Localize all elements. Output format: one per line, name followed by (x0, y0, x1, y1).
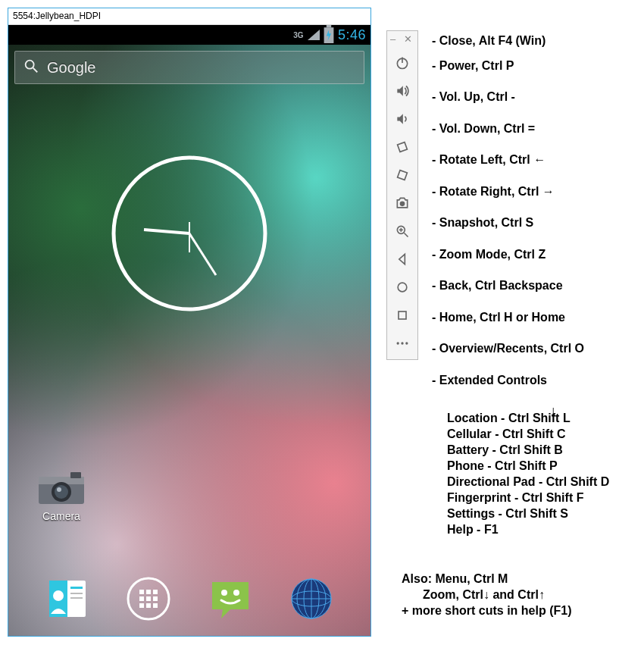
battery-icon (323, 30, 335, 40)
label-extended: - Extended Controls (432, 374, 547, 387)
label-power: - Power, Ctrl P (432, 59, 514, 73)
label-ext-phone: Phone - Ctrl Shift P (447, 459, 609, 473)
camera-label: Camera (42, 510, 80, 522)
label-voldown: - Vol. Down, Ctrl = (432, 122, 535, 136)
label-ext-settings: Settings - Ctrl Shift S (447, 507, 609, 521)
label-ext-battery: Battery - Ctrl Shift B (447, 443, 609, 457)
close-button[interactable]: ✕ (404, 34, 414, 45)
svg-rect-23 (153, 590, 158, 594)
svg-rect-26 (153, 596, 158, 601)
messaging-app[interactable] (208, 576, 253, 621)
camera-app[interactable]: Camera (31, 471, 92, 522)
camera-icon (37, 471, 86, 507)
svg-rect-28 (146, 603, 151, 608)
svg-point-12 (55, 485, 68, 499)
label-ext-fingerprint: Fingerprint - Ctrl Shift F (447, 491, 609, 505)
volume-up-button[interactable] (389, 78, 415, 104)
label-ext-dpad: Directional Pad - Ctrl Shift D (447, 475, 609, 489)
signal-icon (308, 30, 320, 40)
svg-rect-42 (398, 171, 408, 180)
analog-clock-widget[interactable] (110, 154, 269, 313)
svg-point-52 (405, 342, 408, 344)
label-also-menu: Also: Menu, Ctrl M (402, 572, 571, 586)
arrow-down-icon: ↓ (549, 402, 557, 420)
svg-point-50 (397, 342, 399, 344)
svg-point-30 (221, 590, 227, 596)
svg-rect-19 (70, 597, 83, 599)
volume-down-button[interactable] (389, 106, 415, 132)
svg-rect-1 (327, 25, 331, 27)
label-home: - Home, Ctrl H or Home (432, 311, 565, 324)
svg-rect-22 (146, 590, 151, 594)
status-time: 5:46 (338, 27, 366, 43)
favorites-tray (8, 569, 370, 628)
minimize-button[interactable]: – (390, 34, 401, 45)
contacts-app[interactable] (45, 576, 90, 621)
extended-controls-labels: ↓ Location - Ctrl Shift L Cellular - Ctr… (447, 412, 609, 539)
device-screen[interactable]: 3G 5:46 Google (8, 25, 370, 636)
svg-point-51 (401, 342, 403, 344)
home-button[interactable] (389, 274, 415, 300)
search-bar[interactable]: Google (14, 51, 364, 84)
svg-point-2 (26, 61, 34, 69)
svg-rect-18 (70, 593, 83, 594)
browser-app[interactable] (289, 576, 334, 621)
svg-line-3 (33, 68, 38, 73)
network-3g-icon: 3G (292, 30, 305, 40)
svg-line-5 (144, 230, 189, 233)
additional-shortcuts: Also: Menu, Ctrl M Zoom, Ctrl↓ and Ctrl↑… (402, 572, 571, 620)
svg-rect-27 (139, 603, 144, 608)
svg-rect-21 (139, 590, 144, 594)
svg-rect-49 (399, 311, 406, 319)
search-icon (23, 58, 39, 77)
zoom-button[interactable] (389, 218, 415, 244)
svg-point-13 (57, 487, 61, 492)
svg-rect-25 (146, 596, 151, 601)
svg-rect-10 (70, 472, 81, 478)
label-ext-cellular: Cellular - Ctrl Shift C (447, 427, 609, 441)
emulator-window: 5554:Jellybean_HDPI 3G 5:46 Google (8, 8, 371, 637)
svg-line-45 (405, 233, 408, 237)
rotate-right-button[interactable] (389, 162, 415, 188)
label-zoom: - Zoom Mode, Ctrl Z (432, 248, 546, 261)
label-ext-location: Location - Ctrl Shift L (447, 412, 609, 425)
power-button[interactable] (389, 50, 415, 76)
label-rotright: - Rotate Right, Ctrl → (432, 185, 555, 199)
label-close: - Close, Alt F4 (Win) (432, 34, 546, 48)
search-placeholder: Google (47, 59, 96, 77)
svg-rect-17 (70, 587, 83, 589)
svg-line-6 (189, 233, 216, 275)
label-rotleft: - Rotate Left, Ctrl ← (432, 153, 546, 167)
emulator-toolbar: – ✕ (386, 30, 418, 360)
rotate-left-button[interactable] (389, 134, 415, 160)
svg-point-43 (400, 202, 405, 207)
label-ext-help: Help - F1 (447, 523, 609, 537)
svg-point-48 (398, 283, 407, 292)
svg-rect-24 (139, 596, 144, 601)
label-also-zoom: Zoom, Ctrl↓ and Ctrl↑ (402, 588, 571, 602)
back-button[interactable] (389, 246, 415, 272)
snapshot-button[interactable] (389, 190, 415, 216)
svg-point-31 (233, 590, 239, 596)
label-back: - Back, Ctrl Backspace (432, 279, 563, 293)
extended-controls-button[interactable] (389, 330, 415, 356)
svg-rect-29 (153, 603, 158, 608)
overview-button[interactable] (389, 302, 415, 328)
svg-point-16 (53, 590, 64, 601)
label-volup: - Vol. Up, Ctrl - (432, 90, 515, 104)
svg-rect-41 (398, 142, 408, 152)
status-bar: 3G 5:46 (8, 25, 370, 45)
apps-drawer-button[interactable] (126, 576, 171, 621)
window-title: 5554:Jellybean_HDPI (8, 8, 370, 25)
label-also-more: + more short cuts in help (F1) (402, 604, 571, 618)
label-overview: - Overview/Recents, Ctrl O (432, 342, 584, 355)
toolbar-labels: - Close, Alt F4 (Win) - Power, Ctrl P - … (432, 32, 584, 396)
label-snapshot: - Snapshot, Ctrl S (432, 216, 533, 230)
